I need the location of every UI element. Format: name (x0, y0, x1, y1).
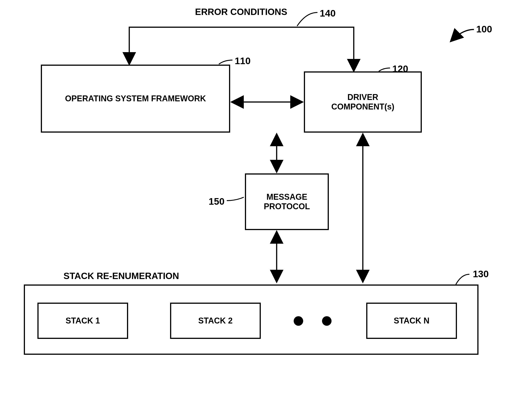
ref-110: 110 (235, 56, 251, 66)
driver-components-box: DRIVER COMPONENT(s) (304, 71, 422, 133)
ellipsis-dot-1 (294, 316, 303, 326)
os-framework-box: OPERATING SYSTEM FRAMEWORK (41, 65, 230, 133)
driver-components-text: DRIVER COMPONENT(s) (331, 93, 394, 112)
ref-140: 140 (320, 8, 336, 19)
ellipsis-dot-2 (322, 316, 331, 326)
message-protocol-box: MESSAGE PROTOCOL (245, 173, 329, 230)
stack-container: STACK 1 STACK 2 STACK N (24, 284, 478, 355)
stack-n-text: STACK N (394, 316, 429, 326)
stack-1-text: STACK 1 (65, 316, 100, 326)
ref-150: 150 (209, 196, 224, 207)
stack-n-box: STACK N (366, 303, 457, 339)
stack-2-box: STACK 2 (170, 303, 261, 339)
os-framework-text: OPERATING SYSTEM FRAMEWORK (65, 94, 206, 103)
diagram-root: ERROR CONDITIONS 140 100 110 120 OPERATI… (0, 0, 532, 401)
stack-1-box: STACK 1 (38, 303, 128, 339)
error-conditions-label: ERROR CONDITIONS (195, 7, 287, 17)
stack-reenumeration-label: STACK RE-ENUMERATION (63, 271, 179, 281)
message-protocol-text: MESSAGE PROTOCOL (264, 192, 310, 211)
ref-100: 100 (476, 24, 492, 35)
stack-2-text: STACK 2 (198, 316, 232, 326)
ref-130: 130 (473, 269, 489, 280)
